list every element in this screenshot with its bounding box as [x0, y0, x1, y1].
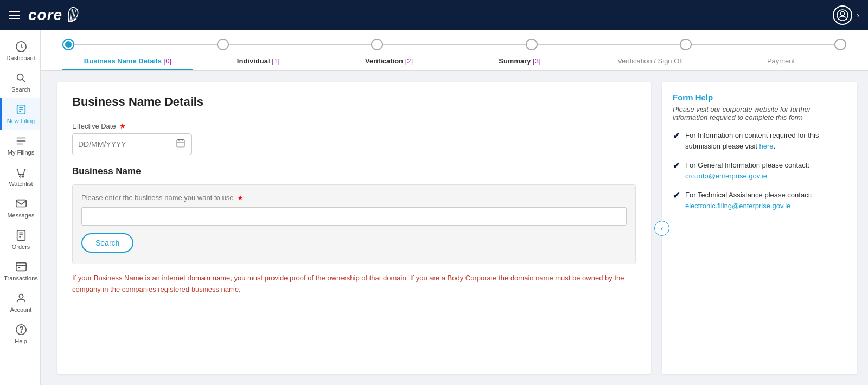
search-button[interactable]: Search: [81, 233, 133, 253]
svg-line-1: [71, 9, 73, 20]
help-title: Form Help: [673, 93, 846, 102]
user-menu-chevron[interactable]: ›: [857, 11, 859, 20]
sidebar-label-dashboard: Dashboard: [7, 55, 36, 61]
help-link-technical-email[interactable]: electronic.filing@enterprise.gov.ie: [685, 202, 790, 210]
step-label-0[interactable]: Business Name Details [0]: [62, 57, 193, 70]
sidebar: Dashboard Search New Filing My Filings: [0, 30, 41, 385]
svg-line-8: [22, 79, 25, 82]
step-line-3: [538, 44, 680, 45]
step-dot-0[interactable]: [62, 39, 74, 50]
svg-rect-20: [16, 263, 25, 271]
help-item-1: ✔ For General Information please contact…: [673, 160, 846, 181]
step-dot-5[interactable]: [834, 39, 846, 50]
business-name-input[interactable]: [81, 207, 627, 226]
step-line-4: [692, 44, 834, 45]
sidebar-label-my-filings: My Filings: [8, 149, 35, 156]
step-label-3[interactable]: Summary [3]: [454, 57, 585, 70]
steps-labels: Business Name Details [0] Individual [1]…: [62, 57, 846, 70]
logo-text: core: [28, 7, 62, 24]
calendar-icon[interactable]: [176, 138, 186, 150]
sidebar-label-transactions: Transactions: [4, 275, 38, 281]
sidebar-label-search: Search: [11, 86, 30, 93]
effective-date-field: Effective Date ★: [72, 122, 636, 155]
dashboard-icon: [15, 41, 27, 53]
help-content: Form Help Please visit our corporate web…: [662, 82, 857, 374]
svg-rect-26: [177, 140, 184, 147]
search-icon: [15, 72, 27, 84]
sidebar-item-account[interactable]: Account: [0, 287, 40, 318]
help-check-0: ✔: [673, 131, 680, 141]
business-name-field: Business Name Please enter the business …: [72, 166, 636, 296]
step-dot-3[interactable]: [526, 39, 538, 50]
step-line-2: [383, 44, 526, 45]
svg-rect-16: [17, 230, 25, 240]
step-label-text-4: Verification / Sign Off: [617, 57, 683, 65]
sidebar-label-new-filing: New Filing: [7, 118, 35, 124]
step-label-text-0: Business Name Details: [84, 57, 164, 65]
step-label-text-3: Summary: [499, 57, 533, 65]
transactions-icon: [15, 261, 27, 273]
header-left: core: [9, 7, 82, 24]
help-link-here[interactable]: here: [760, 142, 774, 150]
info-text: If your Business Name is an internet dom…: [72, 273, 636, 296]
sidebar-label-help: Help: [15, 338, 27, 344]
step-label-text-2: Verification: [365, 57, 405, 65]
form-panel: Business Name Details Effective Date ★: [57, 82, 651, 374]
help-link-general-email[interactable]: cro.info@enterprise.gov.ie: [685, 172, 767, 180]
help-item-2: ✔ For Technical Assistance please contac…: [673, 190, 846, 211]
watchlist-icon: [15, 166, 27, 178]
help-toggle-button[interactable]: ‹: [654, 221, 669, 236]
sidebar-item-transactions[interactable]: Transactions: [0, 255, 40, 287]
sidebar-item-my-filings[interactable]: My Filings: [0, 130, 40, 161]
step-label-5[interactable]: Payment: [716, 57, 846, 70]
help-item-text-0: For Information on content required for …: [685, 130, 846, 151]
step-line-0: [74, 44, 217, 45]
sidebar-item-search[interactable]: Search: [0, 67, 40, 98]
harp-icon: [67, 7, 82, 24]
form-title: Business Name Details: [72, 95, 636, 109]
svg-point-25: [21, 332, 21, 332]
main-layout: Dashboard Search New Filing My Filings: [0, 30, 868, 385]
step-label-text-5: Payment: [767, 57, 795, 65]
sidebar-item-new-filing[interactable]: New Filing: [0, 98, 40, 130]
sidebar-item-help[interactable]: Help: [0, 318, 40, 350]
hamburger-menu[interactable]: [9, 11, 20, 19]
step-label-1[interactable]: Individual [1]: [193, 57, 324, 70]
step-label-2[interactable]: Verification [2]: [324, 57, 455, 70]
date-input-wrap: [72, 133, 192, 155]
sidebar-item-orders[interactable]: Orders: [0, 224, 40, 255]
effective-date-label: Effective Date ★: [72, 122, 636, 130]
help-item-text-2: For Technical Assistance please contact:…: [685, 190, 812, 211]
effective-date-input[interactable]: [78, 140, 176, 149]
step-dot-4[interactable]: [680, 39, 692, 50]
user-avatar[interactable]: [833, 5, 852, 25]
svg-rect-15: [16, 200, 25, 207]
step-dot-1[interactable]: [217, 39, 229, 50]
sidebar-label-account: Account: [10, 306, 32, 313]
step-label-text-1: Individual: [237, 57, 272, 65]
sidebar-item-watchlist[interactable]: Watchlist: [0, 161, 40, 193]
sidebar-item-dashboard[interactable]: Dashboard: [0, 35, 40, 67]
business-name-hint: Please enter the business name you want …: [81, 194, 627, 202]
page-content: Business Name Details Effective Date ★: [41, 71, 868, 385]
step-dot-2[interactable]: [371, 39, 383, 50]
step-label-4[interactable]: Verification / Sign Off: [585, 57, 716, 70]
svg-point-5: [841, 11, 845, 15]
account-icon: [15, 292, 27, 304]
business-name-section-title: Business Name: [72, 166, 636, 177]
content-area: Business Name Details [0] Individual [1]…: [41, 30, 868, 385]
required-star-name: ★: [237, 194, 244, 202]
required-star-date: ★: [119, 122, 126, 130]
help-subtitle: Please visit our corporate website for f…: [673, 105, 846, 121]
sidebar-item-messages[interactable]: Messages: [0, 193, 40, 224]
help-item-text-1: For General Information please contact: …: [685, 160, 809, 181]
help-icon: [15, 324, 27, 336]
svg-line-0: [70, 10, 71, 21]
steps-progress: [62, 39, 846, 50]
help-check-2: ✔: [673, 190, 680, 201]
header-right: ›: [833, 5, 859, 25]
sidebar-label-messages: Messages: [7, 212, 34, 219]
app-logo: core: [28, 7, 82, 24]
step-line-1: [229, 44, 372, 45]
svg-point-7: [17, 74, 23, 80]
